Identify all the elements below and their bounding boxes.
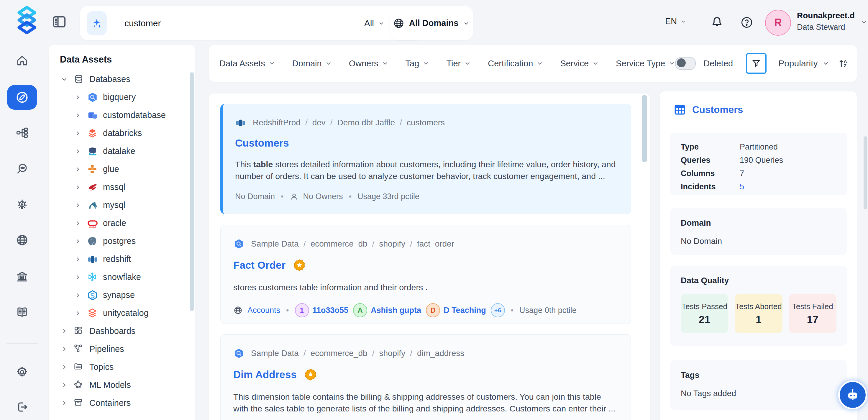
breadcrumb-segment[interactable]: customers (407, 118, 445, 127)
chevron-right-icon[interactable] (74, 148, 81, 154)
chevron-right-icon[interactable] (74, 112, 81, 119)
filter-data-assets[interactable]: Data Assets (219, 59, 275, 68)
tree-item-redshift[interactable]: redshift (49, 250, 195, 268)
chevron-right-icon[interactable] (74, 220, 81, 227)
sidebar-toggle-icon[interactable] (51, 14, 67, 30)
owner-d-teaching[interactable]: DD Teaching (426, 303, 486, 318)
app-logo[interactable] (16, 5, 44, 37)
nav-item-settings[interactable] (16, 366, 29, 379)
chevron-right-icon[interactable] (61, 328, 67, 334)
result-title-link[interactable]: Dim Address (233, 369, 297, 381)
sort-direction-button[interactable]: A Z (837, 58, 849, 69)
tree-item-bigquery[interactable]: bigquery (49, 88, 195, 106)
result-title-link[interactable]: Fact Order (233, 259, 285, 271)
tree-item-oracle[interactable]: ORACLEoracle (49, 214, 195, 232)
tree-item-mysql[interactable]: mysql (49, 196, 195, 214)
chevron-right-icon[interactable] (74, 310, 81, 317)
result-card-fact-order[interactable]: Sample Data/ecommerce_db/shopify/fact_or… (220, 225, 631, 324)
nav-item-domains[interactable] (16, 234, 29, 247)
nav-item-home[interactable] (16, 54, 29, 67)
filter-domain[interactable]: Domain (292, 59, 332, 68)
tree-item-ml-models[interactable]: ML Models (49, 376, 195, 394)
nav-item-insights[interactable] (16, 198, 29, 211)
owner-11o33o55[interactable]: 111o33o55 (295, 303, 349, 318)
tree-item-unitycatalog[interactable]: unitycatalog (49, 304, 195, 322)
chevron-right-icon[interactable] (61, 400, 67, 407)
nav-item-logout[interactable] (16, 400, 29, 414)
chevron-right-icon[interactable] (74, 94, 81, 100)
chevron-right-icon[interactable] (74, 238, 81, 244)
chevron-right-icon[interactable] (74, 292, 81, 299)
details-asset-title[interactable]: Customers (692, 104, 743, 115)
nav-item-lineage[interactable] (16, 126, 29, 139)
tree-item-datalake[interactable]: datalake (49, 142, 195, 160)
result-card-dim-address[interactable]: Sample Data/ecommerce_db/shopify/dim_add… (220, 334, 631, 420)
filter-tier[interactable]: Tier (446, 59, 471, 68)
tree-item-topics[interactable]: Topics (49, 358, 195, 376)
all-domains-dropdown[interactable]: All Domains (390, 6, 473, 40)
nav-item-govern[interactable] (16, 270, 29, 283)
tree-scrollbar[interactable] (190, 72, 194, 311)
breadcrumb-segment[interactable]: shopify (379, 349, 405, 358)
breadcrumb-segment[interactable]: Sample Data (251, 239, 299, 249)
breadcrumb-segment[interactable]: Sample Data (251, 349, 299, 358)
tree-item-customdatabase[interactable]: customdatabase (49, 106, 195, 124)
nav-item-explore[interactable] (15, 90, 29, 104)
tree-item-snowflake[interactable]: snowflake (49, 268, 195, 286)
owner-ashish-gupta[interactable]: AAshish gupta (353, 303, 421, 318)
tree-item-pipelines[interactable]: Pipelines (49, 340, 195, 358)
sort-field-dropdown[interactable]: Popularity (778, 58, 829, 68)
more-owners-chip[interactable]: +6 (491, 303, 505, 318)
advanced-filter-button[interactable] (746, 53, 767, 74)
tree-item-dashboards[interactable]: Dashboards (49, 322, 195, 340)
result-title-link[interactable]: Customers (235, 137, 289, 149)
meta-domain-link[interactable]: Accounts (247, 306, 280, 315)
page-scrollbar[interactable] (864, 136, 867, 209)
breadcrumb-segment[interactable]: dim_address (417, 349, 464, 358)
help-icon[interactable] (740, 16, 753, 29)
chat-assistant-button[interactable] (838, 381, 867, 409)
filter-service[interactable]: Service (560, 59, 599, 68)
breadcrumb-segment[interactable]: RedshiftProd (253, 118, 301, 127)
breadcrumb-segment[interactable]: ecommerce_db (311, 239, 368, 249)
breadcrumb-segment[interactable]: shopify (379, 239, 405, 249)
user-menu-chevron-icon[interactable] (860, 18, 868, 26)
user-avatar[interactable]: R (765, 10, 791, 36)
filter-service-type[interactable]: Service Type (616, 59, 675, 68)
notifications-bell-icon[interactable] (710, 16, 724, 29)
filter-owners[interactable]: Owners (349, 59, 389, 68)
tree-item-mssql[interactable]: mssql (49, 178, 195, 196)
tree-item-databricks[interactable]: databricks (49, 124, 195, 142)
chevron-right-icon[interactable] (61, 346, 67, 353)
user-menu[interactable]: Rounakpreet.d Data Steward (797, 10, 859, 33)
chevron-right-icon[interactable] (74, 202, 81, 209)
tree-item-containers[interactable]: Containers (49, 394, 195, 412)
breadcrumb-segment[interactable]: dev (312, 118, 326, 127)
chevron-right-icon[interactable] (74, 166, 81, 173)
deleted-toggle[interactable] (675, 57, 696, 70)
summary-value[interactable]: 5 (740, 180, 744, 193)
language-dropdown[interactable]: EN (665, 17, 686, 26)
chevron-right-icon[interactable] (74, 256, 81, 263)
nav-item-observability[interactable] (16, 162, 29, 175)
breadcrumb-segment[interactable]: Demo dbt Jaffle (337, 118, 395, 127)
filter-certification[interactable]: Certification (488, 59, 543, 68)
tree-item-glue[interactable]: glue (49, 160, 195, 178)
chevron-right-icon[interactable] (61, 364, 67, 370)
chevron-down-icon[interactable] (61, 76, 67, 83)
results-scrollbar[interactable] (642, 95, 647, 162)
breadcrumb-segment[interactable]: fact_order (417, 239, 454, 249)
global-search-bar[interactable]: All (80, 6, 425, 40)
chevron-right-icon[interactable] (61, 382, 67, 388)
tree-item-databases[interactable]: Databases (49, 70, 195, 88)
filter-tag[interactable]: Tag (406, 59, 429, 68)
tree-item-postgres[interactable]: postgres (49, 232, 195, 250)
chevron-right-icon[interactable] (74, 130, 81, 137)
chevron-right-icon[interactable] (74, 274, 81, 280)
tree-item-synapse[interactable]: synapse (49, 286, 195, 304)
breadcrumb-segment[interactable]: ecommerce_db (311, 349, 368, 358)
nav-item-glossary[interactable] (16, 305, 29, 319)
search-scope-dropdown[interactable]: All (364, 18, 384, 28)
result-card-customers[interactable]: RedshiftProd/dev/Demo dbt Jaffle/custome… (220, 104, 631, 214)
chevron-right-icon[interactable] (74, 184, 81, 190)
